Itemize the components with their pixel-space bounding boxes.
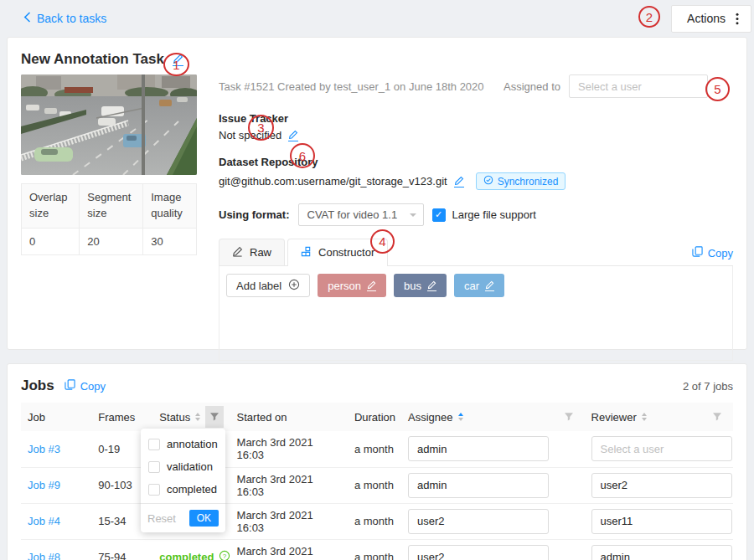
job-row: Job #8 75-94 completed ? March 3rd 2021 … <box>21 539 733 560</box>
assignee-filter-icon[interactable] <box>560 406 578 428</box>
task-body: Overlap size Segment size Image quality … <box>21 74 733 361</box>
copy-icon <box>65 379 75 393</box>
jobs-title: Jobs <box>21 378 54 394</box>
actions-label: Actions <box>687 12 726 25</box>
question-circle-icon: ? <box>219 550 230 560</box>
labels-tabs: Raw Constructor Copy <box>219 239 733 266</box>
task-right-column: Task #1521 Created by test_user_1 on Jun… <box>219 74 733 361</box>
back-to-tasks-label: Back to tasks <box>37 12 106 25</box>
filter-reset-button[interactable]: Reset <box>147 512 176 525</box>
jobs-header: Jobs Copy 2 of 7 jobs <box>21 378 733 394</box>
status-filter-icon[interactable] <box>205 406 224 428</box>
add-label-button[interactable]: Add label <box>226 274 310 297</box>
col-assignee: Assignee <box>401 403 585 431</box>
dataset-repository-label: Dataset Repository <box>219 156 733 168</box>
param-header-quality: Image quality <box>143 184 197 229</box>
job-link[interactable]: Job #3 <box>28 443 60 455</box>
edit-repository-icon[interactable] <box>454 176 464 188</box>
task-detail-card: New Annotation Task <box>7 37 747 350</box>
assignee-input[interactable] <box>408 509 549 534</box>
issue-tracker-value: Not specified <box>219 129 281 141</box>
assignee-sorter[interactable] <box>458 413 463 421</box>
filter-footer: Reset OK <box>141 503 225 532</box>
assigned-to-label: Assigned to <box>504 80 560 93</box>
edit-label-icon[interactable] <box>485 280 494 291</box>
reviewer-input[interactable] <box>591 473 732 498</box>
synchronized-badge: Synchronized <box>476 172 566 190</box>
param-value-overlap: 0 <box>22 228 80 254</box>
task-title-row: New Annotation Task <box>21 51 733 68</box>
cvat-task-page: Back to tasks Actions New Annotation Tas… <box>0 0 754 560</box>
tab-raw[interactable]: Raw <box>219 239 285 265</box>
task-preview-image <box>21 74 197 175</box>
kebab-menu-icon <box>736 13 739 25</box>
assignee-input[interactable] <box>408 545 549 560</box>
job-link[interactable]: Job #4 <box>28 515 60 527</box>
validation-checkbox[interactable] <box>148 461 160 473</box>
reviewer-input[interactable] <box>591 509 732 534</box>
job-link[interactable]: Job #8 <box>28 551 60 560</box>
task-meta-row: Task #1521 Created by test_user_1 on Jun… <box>219 74 733 98</box>
task-parameters-table: Overlap size Segment size Image quality … <box>21 183 197 255</box>
page-title: New Annotation Task <box>21 51 164 68</box>
issue-tracker-label: Issue Tracker <box>219 112 733 125</box>
col-frames: Frames <box>91 403 152 431</box>
filter-option-completed[interactable]: completed <box>141 478 225 501</box>
col-status: Status <box>152 403 230 431</box>
col-reviewer: Reviewer <box>585 403 733 431</box>
param-header-overlap: Overlap size <box>22 184 80 229</box>
param-value-quality: 30 <box>143 228 197 254</box>
pencil-icon <box>232 246 243 259</box>
copy-labels-button[interactable]: Copy <box>692 246 733 259</box>
build-blocks-icon <box>301 246 312 259</box>
actions-button[interactable]: Actions <box>671 5 751 33</box>
reviewer-input[interactable] <box>591 545 732 560</box>
jobs-count: 2 of 7 jobs <box>683 380 733 393</box>
filter-ok-button[interactable]: OK <box>189 510 219 527</box>
reviewer-input[interactable] <box>591 436 732 461</box>
col-duration: Duration <box>348 403 401 431</box>
svg-text:?: ? <box>223 552 227 560</box>
format-select-value: CVAT for video 1.1 <box>307 208 398 221</box>
back-to-tasks-link[interactable]: Back to tasks <box>23 12 106 25</box>
job-link[interactable]: Job #9 <box>28 479 60 491</box>
plus-circle-icon <box>288 279 300 293</box>
copy-jobs-button[interactable]: Copy <box>65 379 106 393</box>
job-row: Job #3 0-19 March 3rd 2021 16:03 a month <box>21 431 733 467</box>
filter-option-validation[interactable]: validation <box>141 455 225 478</box>
edit-issue-tracker-icon[interactable] <box>288 130 298 141</box>
dataset-repository-value: git@github.com:username/git_storage_v123… <box>219 175 447 188</box>
assignee-input[interactable] <box>408 436 549 461</box>
task-left-column: Overlap size Segment size Image quality … <box>21 74 197 361</box>
status-badge: completed ? <box>159 550 230 560</box>
col-started-on: Started on <box>230 403 348 431</box>
param-value-segment: 20 <box>80 228 143 254</box>
reviewer-sorter[interactable] <box>642 413 647 421</box>
annotation-checkbox[interactable] <box>148 439 160 450</box>
using-format-label: Using format: <box>219 208 290 221</box>
job-row: Job #9 90-103 March 3rd 2021 16:03 a mon… <box>21 467 733 503</box>
check-circle-icon <box>483 175 493 188</box>
edit-title-icon[interactable] <box>173 54 183 66</box>
edit-label-icon[interactable] <box>367 280 376 291</box>
top-bar: Back to tasks Actions <box>0 0 754 37</box>
label-chip-person[interactable]: person <box>318 274 386 297</box>
format-select[interactable]: CVAT for video 1.1 <box>298 203 424 226</box>
dataset-repository-row: git@github.com:username/git_storage_v123… <box>219 172 733 190</box>
col-job: Job <box>21 403 91 431</box>
labels-constructor-pane: Add label person bus car <box>219 266 733 361</box>
issue-tracker-row: Not specified <box>219 129 733 141</box>
large-file-support-checkbox[interactable]: ✓ <box>432 208 446 222</box>
status-sorter[interactable] <box>195 413 200 421</box>
label-chip-car[interactable]: car <box>454 274 504 297</box>
reviewer-filter-icon[interactable] <box>708 406 726 428</box>
label-chip-bus[interactable]: bus <box>394 274 447 297</box>
filter-option-annotation[interactable]: annotation <box>141 433 225 455</box>
jobs-table: Job Frames Status Started on Duration As… <box>21 403 733 560</box>
assigned-to-input[interactable] <box>569 74 708 98</box>
edit-label-icon[interactable] <box>427 280 436 291</box>
assignee-input[interactable] <box>408 473 549 498</box>
tab-constructor[interactable]: Constructor <box>287 239 388 265</box>
back-chevron-icon <box>23 12 31 25</box>
completed-checkbox[interactable] <box>148 484 160 496</box>
